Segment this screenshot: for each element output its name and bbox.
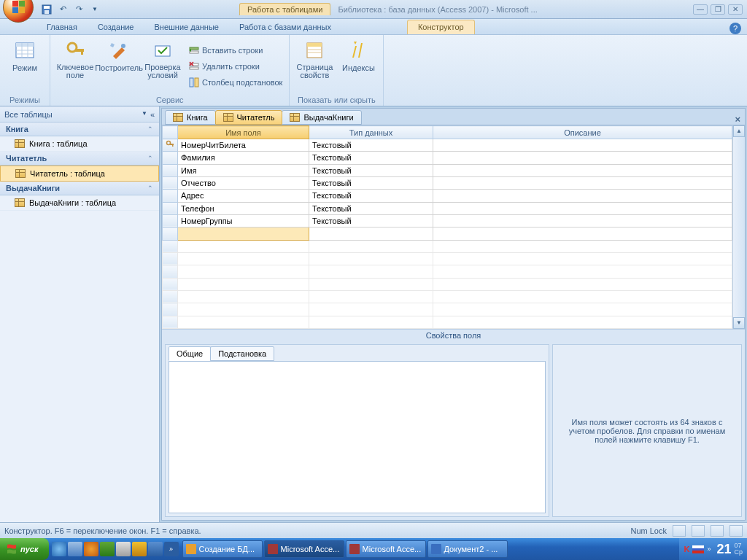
tray-lang-icon[interactable]: [692, 545, 704, 553]
table-row[interactable]: ФамилияТекстовый: [163, 152, 732, 164]
new-row[interactable]: [163, 228, 732, 240]
view-datasheet-button[interactable]: [673, 525, 686, 537]
doc-tab-chitatel[interactable]: Читатетль: [215, 110, 283, 125]
col-description[interactable]: Описание: [433, 126, 732, 139]
clock[interactable]: 21: [716, 542, 731, 557]
row-selector[interactable]: [163, 164, 178, 176]
navpane-header[interactable]: Все таблицы ▼«: [0, 106, 159, 122]
table-row[interactable]: ИмяТекстовый: [163, 164, 732, 176]
table-row[interactable]: ТелефонТекстовый: [163, 202, 732, 214]
empty-row[interactable]: [163, 252, 732, 265]
props-tab-lookup[interactable]: Подстановка: [210, 346, 274, 361]
cell-field-name[interactable]: Отчество: [178, 176, 309, 189]
empty-row[interactable]: [163, 303, 732, 316]
navitem-kniga-table[interactable]: Книга : таблица: [0, 136, 159, 152]
cell-field-name[interactable]: НомерГруппы: [178, 214, 309, 227]
cell-data-type[interactable]: Текстовый: [309, 202, 433, 214]
empty-row[interactable]: [163, 290, 732, 303]
taskbar-item[interactable]: Создание БД...: [182, 540, 263, 558]
navgroup-chitatel[interactable]: Читатетль⌃: [0, 152, 159, 166]
tab-create[interactable]: Создание: [88, 20, 144, 34]
cell-field-name[interactable]: Фамилия: [178, 152, 309, 164]
delete-rows-button[interactable]: Удалить строки: [186, 58, 285, 74]
indexes-button[interactable]: Индексы: [338, 37, 379, 96]
ql-ie-icon[interactable]: [52, 542, 66, 556]
cell-data-type[interactable]: Текстовый: [309, 176, 433, 189]
tab-home[interactable]: Главная: [36, 20, 88, 34]
col-field-name[interactable]: Имя поля: [178, 126, 309, 139]
row-selector[interactable]: [163, 139, 178, 152]
design-grid[interactable]: Имя поля Тип данных Описание НомерЧитБил…: [162, 125, 732, 329]
cell-description[interactable]: [433, 214, 732, 227]
redo-icon[interactable]: ↷: [73, 4, 85, 15]
navpane-collapse-icon[interactable]: «: [150, 110, 155, 119]
empty-row[interactable]: [163, 316, 732, 328]
view-pivot-button[interactable]: [692, 525, 705, 537]
row-selector[interactable]: [163, 190, 178, 202]
undo-icon[interactable]: ↶: [57, 4, 69, 15]
navpane-dropdown-icon[interactable]: ▼: [142, 110, 147, 119]
table-row[interactable]: НомерГруппыТекстовый: [163, 214, 732, 227]
system-tray[interactable]: K » 21 07 Ср: [679, 538, 747, 560]
scroll-up-icon[interactable]: ▲: [733, 125, 745, 137]
row-selector[interactable]: [163, 214, 178, 227]
table-row[interactable]: АдресТекстовый: [163, 190, 732, 202]
cell-data-type[interactable]: Текстовый: [309, 164, 433, 176]
cell-field-name[interactable]: НомерЧитБилета: [178, 139, 309, 152]
view-design-button[interactable]: [729, 525, 743, 537]
lookup-column-button[interactable]: Столбец подстановок: [186, 74, 285, 90]
col-data-type[interactable]: Тип данных: [309, 126, 433, 139]
taskbar-item[interactable]: Документ2 - ...: [427, 540, 508, 558]
ql-desktop-icon[interactable]: [68, 542, 82, 556]
doc-close-button[interactable]: ×: [735, 114, 740, 125]
empty-row[interactable]: [163, 265, 732, 278]
primary-key-button[interactable]: Ключевое поле: [55, 37, 96, 96]
ql-media-icon[interactable]: [84, 542, 98, 556]
table-row[interactable]: ОтчествоТекстовый: [163, 176, 732, 189]
ql-more-icon[interactable]: »: [164, 542, 179, 556]
props-panel[interactable]: [169, 361, 546, 513]
cell-description[interactable]: [433, 202, 732, 214]
row-selector[interactable]: [163, 176, 178, 189]
table-row[interactable]: НомерЧитБилетаТекстовый: [163, 139, 732, 152]
row-selector-header[interactable]: [163, 126, 178, 139]
minimize-button[interactable]: —: [693, 4, 708, 15]
restore-button[interactable]: ❐: [711, 4, 725, 15]
tray-kaspersky-icon[interactable]: K: [684, 545, 689, 553]
empty-row[interactable]: [163, 240, 732, 252]
taskbar-item[interactable]: Microsoft Acce...: [264, 540, 344, 558]
row-selector[interactable]: [163, 202, 178, 214]
scroll-down-icon[interactable]: ▼: [733, 317, 745, 329]
doc-tab-kniga[interactable]: Книга: [165, 110, 216, 125]
ql-word-icon[interactable]: [148, 542, 163, 556]
ql-app1-icon[interactable]: [100, 542, 115, 556]
tab-external-data[interactable]: Внешние данные: [144, 20, 229, 34]
navgroup-vydacha[interactable]: ВыдачаКниги⌃: [0, 182, 159, 195]
doc-tab-vydacha[interactable]: ВыдачаКниги: [282, 110, 361, 125]
taskbar-item[interactable]: Microsoft Acce...: [346, 540, 426, 558]
cell-data-type[interactable]: Текстовый: [309, 152, 433, 164]
cell-data-type[interactable]: Текстовый: [309, 214, 433, 227]
cell-data-type[interactable]: Текстовый: [309, 139, 433, 152]
insert-rows-button[interactable]: Вставить строки: [186, 42, 285, 58]
cell-data-type[interactable]: Текстовый: [309, 190, 433, 202]
navgroup-kniga[interactable]: Книга⌃: [0, 122, 159, 136]
cell-description[interactable]: [433, 190, 732, 202]
navitem-vydacha-table[interactable]: ВыдачаКниги : таблица: [0, 195, 159, 211]
vertical-scrollbar[interactable]: ▲ ▼: [732, 125, 745, 329]
builder-button[interactable]: Построитель: [98, 37, 139, 96]
cell-description[interactable]: [433, 176, 732, 189]
close-button[interactable]: ✕: [728, 4, 743, 15]
property-sheet-button[interactable]: Страница свойств: [294, 37, 335, 96]
cell-field-name[interactable]: Адрес: [178, 190, 309, 202]
ql-app2-icon[interactable]: [116, 542, 131, 556]
help-icon[interactable]: ?: [729, 23, 741, 34]
view-chart-button[interactable]: [711, 525, 724, 537]
cell-field-name[interactable]: Имя: [178, 164, 309, 176]
ql-winamp-icon[interactable]: [132, 542, 147, 556]
qat-dropdown-icon[interactable]: ▼: [89, 4, 101, 15]
navitem-chitatel-table[interactable]: Читатетль : таблица: [0, 166, 159, 182]
cell-description[interactable]: [433, 152, 732, 164]
tab-design[interactable]: Конструктор: [407, 20, 475, 34]
cell-description[interactable]: [433, 164, 732, 176]
